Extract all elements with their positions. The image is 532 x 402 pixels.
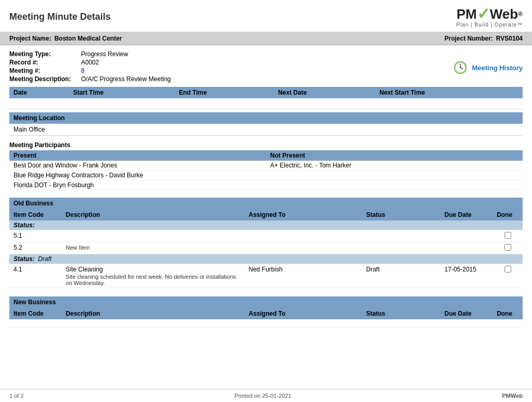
present-0: Best Door and Window - Frank Jones	[9, 161, 266, 170]
old-business-item-5-1: 5.1	[9, 230, 523, 242]
page-header: Meeting Minute Details PM ✓ Web ® Plan |…	[0, 0, 532, 32]
due-date-5-2	[441, 242, 493, 254]
new-business-empty-row	[9, 319, 523, 328]
record-value: A0002	[81, 59, 99, 66]
new-business-table: Item Code Description Assigned To Status…	[9, 308, 523, 328]
logo-registered-icon: ®	[518, 11, 523, 17]
meeting-desc-row: Meeting Description: O/A/C Progress Revi…	[9, 75, 171, 83]
meeting-number-value[interactable]: 8	[81, 67, 85, 74]
date-table-header-row: Date Start Time End Time Next Date Next …	[9, 87, 523, 98]
due-date-5-1	[441, 230, 493, 242]
date-col-header: Date	[9, 87, 69, 98]
meeting-history-button[interactable]: Meeting History	[472, 64, 523, 72]
next-date-value	[274, 98, 375, 109]
svg-point-4	[460, 67, 461, 68]
page-footer: 1 of 2 Printed on 25-01-2021 PMWeb	[0, 389, 532, 402]
page-info: 1 of 2	[9, 393, 24, 399]
meeting-desc-value: O/A/C Progress Review Meeting	[81, 75, 171, 83]
participants-row-0: Best Door and Window - Frank Jones A+ El…	[9, 161, 523, 171]
new-assigned-header: Assigned To	[245, 308, 362, 319]
old-status-header: Status	[362, 209, 441, 221]
meeting-type-label: Meeting Type:	[9, 50, 77, 58]
desc-4-1: Site Cleaning Site cleaning scheduled fo…	[62, 264, 245, 288]
logo-tagline: Plan | Build | Operate™	[456, 22, 523, 28]
participants-row-2: Florida DOT - Bryn Fosburgh	[9, 180, 523, 190]
record-row: Record #: A0002	[9, 59, 171, 66]
old-item-code-header: Item Code	[9, 209, 62, 221]
meeting-type-value: Progress Review	[81, 50, 128, 58]
done-5-1[interactable]	[493, 230, 523, 242]
project-number-value: RVS0104	[496, 35, 523, 42]
new-business-section-header: New Business	[9, 296, 523, 308]
old-due-date-header: Due Date	[441, 209, 493, 221]
project-name-value: Boston Medical Center	[55, 35, 122, 42]
status-row-draft: Status: Draft	[9, 254, 523, 264]
done-5-2[interactable]	[493, 242, 523, 254]
pmweb-logo: PM ✓ Web ® Plan | Build | Operate™	[456, 6, 523, 28]
due-date-4-1: 17-05-2015	[441, 264, 493, 288]
logo-pm-text: PM	[457, 7, 477, 21]
desc-5-2: New Item	[62, 242, 245, 254]
end-time-value	[175, 98, 274, 109]
new-done-header: Done	[493, 308, 523, 319]
new-status-header: Status	[362, 308, 441, 319]
done-checkbox-5-1[interactable]	[504, 232, 511, 239]
meeting-number-row: Meeting #: 8	[9, 67, 171, 74]
item-code-5-2: 5.2	[9, 242, 62, 254]
assigned-4-1: Ned Furbish	[245, 264, 362, 288]
status-5-2	[362, 242, 441, 254]
new-business-header-row: Item Code Description Assigned To Status…	[9, 308, 523, 319]
main-content: Meeting Type: Progress Review Record #: …	[0, 45, 532, 333]
item-code-5-1: 5.1	[9, 230, 62, 242]
participants-header: Present Not Present	[9, 150, 523, 161]
old-business-table: Item Code Description Assigned To Status…	[9, 209, 523, 288]
not-present-col-header: Not Present	[266, 150, 523, 161]
status-label-draft: Status: Draft	[9, 254, 523, 264]
project-number-label: Project Number:	[444, 35, 493, 42]
next-start-time-col-header: Next Start Time	[375, 87, 523, 98]
old-done-header: Done	[493, 209, 523, 221]
logo-main: PM ✓ Web ®	[457, 6, 523, 22]
done-checkbox-5-2[interactable]	[504, 244, 511, 251]
present-1: Blue Ridge Highway Contractors - David B…	[9, 171, 266, 180]
clock-icon	[453, 60, 468, 75]
old-business-header-row: Item Code Description Assigned To Status…	[9, 209, 523, 221]
old-business-item-4-1: 4.1 Site Cleaning Site cleaning schedule…	[9, 264, 523, 288]
date-table: Date Start Time End Time Next Date Next …	[9, 87, 523, 109]
desc-5-1	[62, 230, 245, 242]
present-2: Florida DOT - Bryn Fosburgh	[9, 180, 266, 190]
assigned-5-1	[245, 230, 362, 242]
participants-row-1: Blue Ridge Highway Contractors - David B…	[9, 171, 523, 180]
page-title: Meeting Minute Details	[9, 11, 111, 22]
location-value: Main Office	[9, 124, 523, 136]
meeting-type-row: Meeting Type: Progress Review	[9, 50, 171, 58]
meeting-desc-label: Meeting Description:	[9, 75, 77, 83]
project-name-section: Project Name: Boston Medical Center	[9, 35, 122, 42]
location-section-header: Meeting Location	[9, 112, 523, 124]
new-description-header: Description	[62, 308, 245, 319]
project-number-section: Project Number: RVS0104	[444, 35, 523, 42]
status-label-1: Status:	[9, 221, 523, 230]
meeting-meta: Meeting Type: Progress Review Record #: …	[9, 50, 523, 83]
old-description-header: Description	[62, 209, 245, 221]
desc-4-1-sub: Site cleaning scheduled for next week. N…	[66, 274, 241, 286]
status-4-1: Draft	[362, 264, 441, 288]
footer-brand: PMWeb	[502, 393, 523, 399]
print-info: Printed on 25-01-2021	[234, 393, 291, 399]
done-checkbox-4-1[interactable]	[504, 266, 511, 273]
meeting-history-section: Meeting History	[453, 53, 523, 83]
done-4-1[interactable]	[493, 264, 523, 288]
new-due-date-header: Due Date	[441, 308, 493, 319]
start-time-value	[69, 98, 175, 109]
old-business-section-header: Old Business	[9, 198, 523, 209]
project-bar: Project Name: Boston Medical Center Proj…	[0, 32, 532, 45]
present-col-header: Present	[9, 150, 266, 161]
assigned-5-2	[245, 242, 362, 254]
old-assigned-header: Assigned To	[245, 209, 362, 221]
logo-checkmark-icon: ✓	[477, 6, 490, 22]
project-name-label: Project Name:	[9, 35, 51, 42]
old-business-item-5-2: 5.2 New Item	[9, 242, 523, 254]
meeting-meta-left: Meeting Type: Progress Review Record #: …	[9, 50, 171, 83]
date-value	[9, 98, 69, 109]
start-time-col-header: Start Time	[69, 87, 175, 98]
